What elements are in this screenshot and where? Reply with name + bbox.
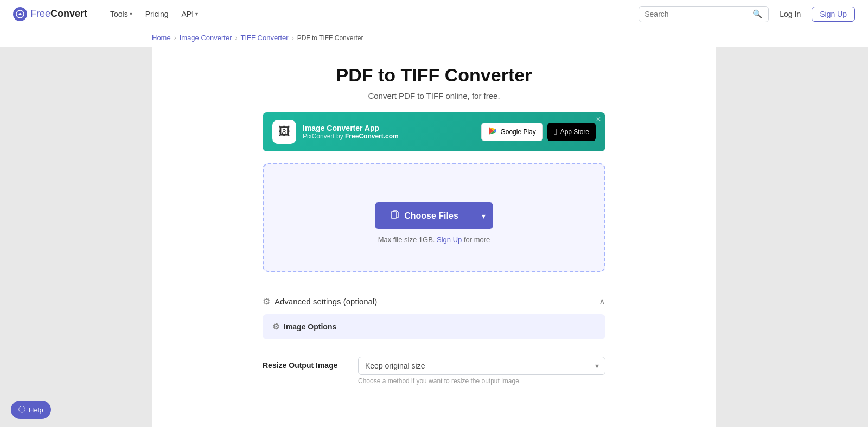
- signup-button[interactable]: Sign Up: [812, 7, 855, 22]
- resize-row: Resize Output Image Keep original size P…: [263, 349, 605, 389]
- ad-close-button[interactable]: ✕: [596, 116, 601, 123]
- sidebar-right: [716, 47, 868, 427]
- ad-text-block: Image Converter App PixConvert by FreeCo…: [303, 124, 399, 140]
- resize-select-wrap: Keep original size Percentage Exact size…: [358, 357, 605, 385]
- advanced-settings: ⚙ Advanced settings (optional) ∧ ⚙ Image…: [263, 285, 605, 389]
- ad-banner: 🖼 Image Converter App PixConvert by Free…: [263, 112, 605, 151]
- ad-banner-left: 🖼 Image Converter App PixConvert by Free…: [272, 120, 399, 144]
- file-note-prefix: Max file size 1GB.: [378, 236, 437, 244]
- google-play-icon: [488, 126, 497, 137]
- sidebar-left: [0, 47, 152, 427]
- header-right: 🔍 Log In Sign Up: [639, 6, 855, 22]
- apple-icon: : [554, 127, 557, 137]
- login-button[interactable]: Log In: [775, 7, 805, 21]
- resize-hint: Choose a method if you want to resize th…: [358, 377, 605, 385]
- search-icon: 🔍: [752, 9, 763, 19]
- page-subtitle: Convert PDF to TIFF online, for free.: [263, 91, 605, 100]
- file-note-signup[interactable]: Sign Up: [437, 236, 462, 244]
- help-icon: ⓘ: [18, 405, 25, 415]
- help-button[interactable]: ⓘ Help: [11, 401, 51, 419]
- file-note-suffix: for more: [462, 236, 490, 244]
- dropdown-chevron-icon: ▾: [482, 212, 486, 220]
- choose-files-dropdown[interactable]: ▾: [474, 202, 493, 229]
- logo[interactable]: FreeConvert: [13, 7, 87, 21]
- resize-select[interactable]: Keep original size Percentage Exact size…: [358, 357, 605, 375]
- main-content: PDF to TIFF Converter Convert PDF to TIF…: [250, 47, 618, 427]
- breadcrumb-sep-3: ›: [292, 34, 294, 42]
- search-bar[interactable]: 🔍: [639, 6, 769, 22]
- ad-app-name: Image Converter App: [303, 124, 399, 132]
- chevron-up-icon: ∧: [599, 296, 605, 307]
- app-store-button[interactable]:  App Store: [547, 123, 596, 141]
- choose-files-button[interactable]: Choose Files: [375, 202, 474, 229]
- breadcrumb-image-converter[interactable]: Image Converter: [180, 34, 232, 42]
- nav-pricing[interactable]: Pricing: [140, 7, 174, 22]
- nav-api[interactable]: API ▾: [176, 7, 204, 22]
- file-note: Max file size 1GB. Sign Up for more: [378, 236, 490, 244]
- svg-rect-1: [391, 212, 397, 218]
- breadcrumb-home[interactable]: Home: [152, 34, 171, 42]
- breadcrumb: Home › Image Converter › TIFF Converter …: [0, 28, 868, 47]
- choose-files-label: Choose Files: [404, 211, 458, 221]
- ad-app-sub: PixConvert by FreeConvert.com: [303, 132, 399, 140]
- google-play-button[interactable]: Google Play: [481, 123, 542, 141]
- main-nav: Tools ▾ Pricing API ▾: [105, 7, 203, 22]
- advanced-settings-left: ⚙ Advanced settings (optional): [263, 296, 377, 307]
- google-play-label: Google Play: [500, 128, 535, 136]
- ad-store-buttons: Google Play  App Store: [481, 123, 596, 141]
- resize-label: Resize Output Image: [263, 357, 349, 370]
- app-icon: 🖼: [272, 120, 296, 144]
- breadcrumb-sep-1: ›: [174, 34, 176, 42]
- advanced-settings-label: Advanced settings (optional): [275, 297, 377, 306]
- help-label: Help: [29, 406, 43, 414]
- image-options-gear-icon: ⚙: [272, 322, 279, 332]
- image-options-label: Image Options: [284, 322, 336, 331]
- tools-chevron-icon: ▾: [130, 11, 132, 17]
- file-upload-icon: [390, 209, 400, 222]
- choose-files-row: Choose Files ▾: [375, 202, 493, 229]
- logo-text: FreeConvert: [30, 8, 87, 20]
- nav-tools[interactable]: Tools ▾: [105, 7, 138, 22]
- page-title: PDF to TIFF Converter: [263, 65, 605, 86]
- drop-zone[interactable]: Choose Files ▾ Max file size 1GB. Sign U…: [263, 163, 605, 272]
- image-options-section: ⚙ Image Options: [263, 314, 605, 339]
- breadcrumb-current: PDF to TIFF Converter: [297, 34, 363, 42]
- api-chevron-icon: ▾: [195, 11, 198, 17]
- search-input[interactable]: [644, 10, 749, 18]
- header: FreeConvert Tools ▾ Pricing API ▾ 🔍 Log …: [0, 0, 868, 28]
- app-store-label: App Store: [560, 128, 589, 136]
- page-wrapper: PDF to TIFF Converter Convert PDF to TIF…: [0, 47, 868, 427]
- settings-gear-icon: ⚙: [263, 296, 270, 307]
- resize-select-outer: Keep original size Percentage Exact size…: [358, 357, 605, 375]
- breadcrumb-tiff-converter[interactable]: TIFF Converter: [241, 34, 289, 42]
- advanced-settings-toggle[interactable]: ⚙ Advanced settings (optional) ∧: [263, 294, 605, 314]
- breadcrumb-sep-2: ›: [235, 34, 238, 42]
- image-options-header: ⚙ Image Options: [272, 322, 596, 332]
- logo-icon: [13, 7, 27, 21]
